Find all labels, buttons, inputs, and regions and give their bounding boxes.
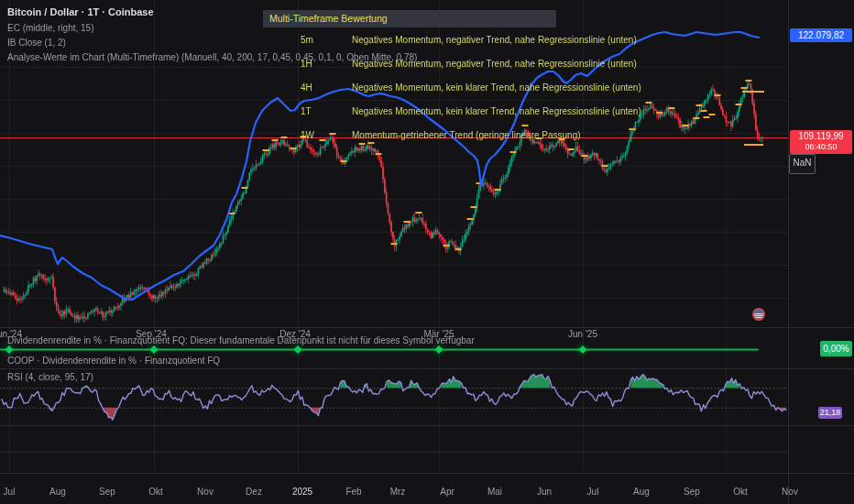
- time-axis-label: Jul: [4, 487, 16, 497]
- dividend-value-badge: 0,00%: [820, 341, 852, 356]
- time-axis-label: 2025: [292, 487, 312, 497]
- time-axis-label: Nov: [197, 487, 214, 497]
- mtf-row-assessment: Negatives Momentum, kein klarer Trend, n…: [352, 106, 641, 116]
- time-axis-label: Okt: [148, 487, 163, 497]
- time-axis-label: Okt: [733, 487, 748, 497]
- time-axis-label: Mrz: [390, 487, 406, 497]
- time-axis-label: Sep: [99, 487, 115, 497]
- mtf-row-assessment: Negatives Momentum, negativer Trend, nah…: [352, 35, 637, 45]
- mtf-panel-header: Multi-Timeframe Bewertung: [263, 10, 556, 27]
- dividend-unavailable-note: Dividendenrendite in % · Finanzquotient …: [7, 335, 475, 345]
- dividend-series-label[interactable]: COOP · Dividendenrendite in % · Finanzqu…: [7, 356, 220, 366]
- last-price-value: 109.119,99: [798, 131, 843, 141]
- mtf-row-assessment: Momentum-getriebener Trend (geringe line…: [352, 130, 581, 140]
- indicator-legend-ec[interactable]: EC (middle, right, 15): [7, 23, 93, 33]
- price-chart-canvas[interactable]: [0, 0, 854, 504]
- rsi-value-badge: 21,18: [818, 407, 842, 419]
- time-axis-label: Aug: [633, 487, 650, 497]
- time-axis-label: Mai: [487, 487, 502, 497]
- ec-value-badge: 122.079,82: [790, 28, 852, 42]
- mtf-row-timeframe: 5m: [301, 35, 313, 45]
- time-axis-label: Nov: [782, 487, 798, 497]
- mtf-row-timeframe: 4H: [301, 82, 312, 93]
- mtf-row-timeframe: 1W: [301, 130, 314, 140]
- bar-countdown: 06:40:50: [790, 142, 852, 152]
- event-flag-icon[interactable]: [752, 308, 765, 321]
- mtf-row-assessment: Negatives Momentum, negativer Trend, nah…: [352, 59, 637, 69]
- mtf-row-assessment: Negatives Momentum, kein klarer Trend, n…: [352, 82, 641, 93]
- rsi-indicator-label[interactable]: RSI (4, close, 95, 17): [7, 372, 93, 382]
- indicator-legend-ib-close[interactable]: IB Close (1, 2): [7, 38, 66, 48]
- symbol-title[interactable]: Bitcoin / Dollar · 1T · Coinbase: [7, 6, 154, 17]
- time-axis-label: Feb: [345, 487, 361, 497]
- trading-chart-window: Bitcoin / Dollar · 1T · Coinbase EC (mid…: [0, 0, 854, 504]
- time-axis-label: Jul: [587, 487, 599, 497]
- mtf-row-timeframe: 1H: [301, 59, 312, 69]
- time-axis-label: Aug: [49, 487, 66, 497]
- time-axis-label: Apr: [440, 487, 454, 497]
- nan-value-badge: NaN: [789, 154, 816, 174]
- last-price-badge: 109.119,99 06:40:50: [790, 130, 852, 154]
- time-axis-label: Sep: [684, 487, 700, 497]
- quarter-label: Jun '25: [568, 329, 597, 339]
- mtf-row-timeframe: 1T: [301, 106, 312, 116]
- time-axis-label: Jun: [537, 487, 552, 497]
- time-axis-label: Dez: [246, 487, 262, 497]
